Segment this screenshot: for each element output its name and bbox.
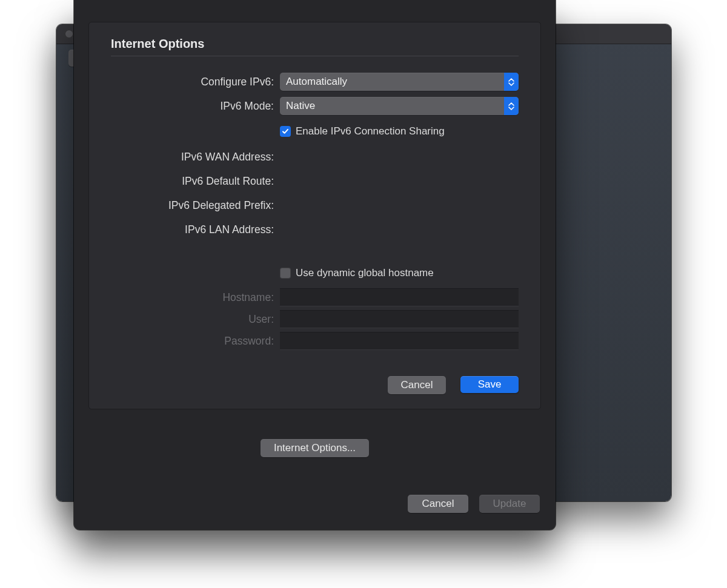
ipv6-default-route-label: IPv6 Default Route: xyxy=(111,175,280,188)
configure-ipv6-label: Configure IPv6: xyxy=(111,76,280,88)
enable-ipv6-sharing-checkbox[interactable] xyxy=(280,126,291,137)
hostname-input[interactable] xyxy=(280,288,519,306)
password-input[interactable] xyxy=(280,332,519,350)
configure-ipv6-value: Automatically xyxy=(286,76,347,88)
configure-ipv6-select[interactable]: Automatically xyxy=(280,73,519,91)
divider xyxy=(111,56,519,56)
hostname-label: Hostname: xyxy=(111,291,280,304)
panel-cancel-button[interactable]: Cancel xyxy=(408,495,468,513)
chevron-up-down-icon xyxy=(504,97,519,115)
ipv6-lan-address-label: IPv6 LAN Address: xyxy=(111,223,280,236)
user-input[interactable] xyxy=(280,310,519,328)
password-label: Password: xyxy=(111,335,280,348)
dynamic-hostname-label: Use dynamic global hostname xyxy=(296,267,434,279)
ipv6-mode-label: IPv6 Mode: xyxy=(111,100,280,113)
chevron-up-down-icon xyxy=(504,73,519,91)
ipv6-delegated-prefix-label: IPv6 Delegated Prefix: xyxy=(111,199,280,212)
ipv6-mode-select[interactable]: Native xyxy=(280,97,519,115)
internet-options-dialog: Internet Options Configure IPv6: Automat… xyxy=(88,22,541,409)
dialog-cancel-button[interactable]: Cancel xyxy=(388,376,446,394)
enable-ipv6-sharing-label: Enable IPv6 Connection Sharing xyxy=(296,125,445,137)
internet-options-button[interactable]: Internet Options... xyxy=(261,439,369,457)
dialog-title: Internet Options xyxy=(111,37,519,51)
settings-sheet: Internet Options Configure IPv6: Automat… xyxy=(74,0,556,530)
close-icon[interactable] xyxy=(65,30,73,38)
ipv6-mode-value: Native xyxy=(286,100,315,112)
dynamic-hostname-checkbox[interactable] xyxy=(280,268,291,279)
user-label: User: xyxy=(111,313,280,326)
dialog-save-button[interactable]: Save xyxy=(460,376,519,393)
ipv6-wan-address-label: IPv6 WAN Address: xyxy=(111,151,280,164)
panel-update-button[interactable]: Update xyxy=(479,495,540,513)
